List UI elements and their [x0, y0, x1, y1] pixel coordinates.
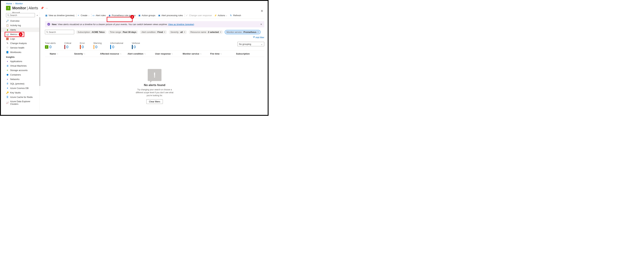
stat-warning[interactable]: Warning 0: [94, 42, 102, 49]
sort-icon: ↑↓: [200, 53, 202, 55]
close-banner-icon[interactable]: ✕: [260, 23, 262, 26]
alert-processing-rules-button[interactable]: ▣Alert processing rules: [158, 14, 183, 17]
applications-icon: ♦: [6, 60, 9, 63]
sidebar: Search « 🔎Overview 📋Activity log ▮Alerts…: [1, 12, 40, 113]
annotation-highlight-2: [107, 17, 132, 22]
severity-bar-icon: [80, 45, 81, 49]
svg-point-2: [46, 31, 48, 33]
create-button[interactable]: ＋Create⌄: [77, 14, 90, 17]
sidebar-item-workbooks[interactable]: 📘Workbooks: [1, 50, 39, 54]
sidebar-item-change-analysis[interactable]: ✎Change Analysis: [1, 41, 39, 45]
column-subscription[interactable]: Subscription: [236, 52, 258, 55]
filter-condition[interactable]: Alert condition :Fired✕: [140, 30, 167, 34]
filter-subscription[interactable]: Subscription :ACME Telco: [76, 30, 106, 34]
sidebar-item-networks[interactable]: ♦Networks: [1, 77, 39, 81]
sidebar-item-key-vaults[interactable]: 🔑Key Vaults: [1, 90, 39, 95]
containers-icon: ⬣: [6, 73, 9, 76]
filter-monitor-service[interactable]: Monitor service :Prometheus✕: [225, 30, 261, 34]
sidebar-search-input[interactable]: Search: [6, 13, 35, 17]
sidebar-group-insights: Insights: [1, 54, 39, 59]
stat-info[interactable]: Informational 0: [110, 42, 123, 49]
scrollbar[interactable]: [39, 17, 40, 86]
grouping-select[interactable]: No grouping⌄: [238, 42, 264, 46]
info-banner: ✓ New: View alerts visualized on a timel…: [45, 21, 264, 27]
sort-icon: ↑↓: [220, 53, 222, 55]
more-actions-icon[interactable]: ⋯: [46, 7, 48, 9]
column-user-response[interactable]: User response↑↓: [155, 52, 183, 55]
toolbar-divider: [91, 14, 92, 17]
service-health-icon: ♡: [6, 46, 9, 49]
remove-filter-icon[interactable]: ✕: [220, 31, 221, 33]
sidebar-item-logs[interactable]: 🧱Logs: [1, 36, 39, 41]
plus-icon: ＋: [77, 14, 80, 17]
column-monitor-service[interactable]: Monitor service↑↓: [183, 52, 210, 55]
column-condition[interactable]: Alert condition↑↓: [128, 52, 155, 55]
sort-icon: ↑↓: [120, 53, 122, 55]
stat-verbose[interactable]: Verbose 0: [132, 42, 140, 49]
remove-filter-icon[interactable]: ✕: [184, 31, 185, 33]
remove-filter-icon[interactable]: ✕: [257, 31, 259, 33]
sidebar-item-applications[interactable]: ♦Applications: [1, 59, 39, 63]
column-severity[interactable]: Severity↑↓: [74, 52, 100, 55]
column-affected[interactable]: Affected resource↑↓: [100, 52, 128, 55]
column-name[interactable]: Name↑↓: [45, 52, 74, 55]
sidebar-item-cosmos-db[interactable]: ✦Azure Cosmos DB: [1, 86, 39, 90]
info-link[interactable]: View as timeline (preview): [168, 23, 194, 26]
change-analysis-icon: ✎: [6, 42, 9, 44]
pin-icon[interactable]: 📌: [41, 6, 44, 10]
stat-critical[interactable]: Critical 0: [64, 42, 71, 49]
toolbar-divider: [185, 14, 185, 17]
breadcrumb-monitor[interactable]: Monitor: [15, 2, 23, 5]
search-input[interactable]: Search: [45, 30, 74, 34]
cosmos-icon: ✦: [6, 87, 9, 89]
severity-bar-icon: [110, 45, 111, 49]
refresh-button[interactable]: ↻Refresh: [230, 14, 241, 17]
empty-state: ! No alerts found Try changing your sear…: [45, 57, 264, 104]
chevron-down-icon: ⌄: [226, 14, 227, 16]
alert-rules-button[interactable]: ▭Alert rules: [92, 14, 106, 17]
storage-icon: ≡: [6, 69, 9, 72]
add-filter-button[interactable]: ⧩Add filter: [253, 36, 264, 39]
column-fire-time[interactable]: Fire time↑↓: [210, 52, 236, 55]
annotation-badge-2: 2: [130, 15, 134, 19]
collapse-sidebar-icon[interactable]: «: [37, 14, 38, 16]
close-button[interactable]: ✕: [261, 9, 263, 13]
sidebar-item-cache-redis[interactable]: 🗄Azure Cache for Redis: [1, 95, 39, 99]
sort-icon: ↑↓: [84, 53, 86, 55]
sidebar-item-activity-log[interactable]: 📋Activity log: [1, 23, 39, 27]
filter-resource[interactable]: Resource name :2 selected✕: [189, 30, 223, 34]
toolbar: ▦View as timeline (preview) ＋Create⌄ ▭Al…: [45, 13, 264, 19]
svg-line-3: [48, 32, 48, 33]
sidebar-item-service-health[interactable]: ♡Service health: [1, 45, 39, 50]
sort-icon: ↑↓: [56, 53, 58, 55]
sidebar-item-virtual-machines[interactable]: 🖥Virtual Machines: [1, 63, 39, 68]
view-timeline-button[interactable]: ▦View as timeline (preview): [45, 14, 74, 17]
empty-title: No alerts found: [45, 83, 264, 87]
sort-icon: ↑↓: [144, 53, 146, 55]
clear-filters-button[interactable]: Clear filters: [146, 99, 163, 104]
breadcrumb: Home › Monitor: [1, 1, 268, 5]
sidebar-item-overview[interactable]: 🔎Overview: [1, 18, 39, 23]
sidebar-item-storage-accounts[interactable]: ≡Storage accounts: [1, 68, 39, 72]
chevron-right-icon: ›: [13, 2, 14, 5]
action-groups-button[interactable]: ▣Action groups: [138, 14, 156, 17]
logs-icon: 🧱: [6, 37, 9, 40]
alerts-stat-icon: !: [45, 45, 48, 49]
remove-filter-icon[interactable]: ✕: [164, 31, 165, 33]
actions-button[interactable]: ⚡Actions⌄: [214, 14, 227, 17]
breadcrumb-home[interactable]: Home: [6, 2, 12, 5]
filter-severity[interactable]: Severity :all✕: [169, 30, 187, 34]
sidebar-item-containers[interactable]: ⬣Containers: [1, 72, 39, 77]
sidebar-item-alerts[interactable]: ▮Alerts: [1, 27, 39, 32]
sidebar-item-data-explorer[interactable]: 📈Azure Data Explorer Clusters: [1, 99, 39, 106]
severity-bar-icon: [64, 45, 65, 49]
filter-timerange[interactable]: Time range :Past 30 days: [108, 30, 138, 34]
data-explorer-icon: 📈: [6, 101, 9, 104]
stat-total[interactable]: Total alerts !0: [45, 42, 56, 49]
search-icon: [46, 31, 48, 33]
sidebar-item-sql-preview[interactable]: 🛢SQL (preview): [1, 81, 39, 86]
sort-icon: ↑↓: [171, 53, 173, 55]
alerts-icon: !: [6, 6, 10, 10]
stat-error[interactable]: Error 0: [80, 42, 85, 49]
redis-icon: 🗄: [6, 96, 9, 98]
